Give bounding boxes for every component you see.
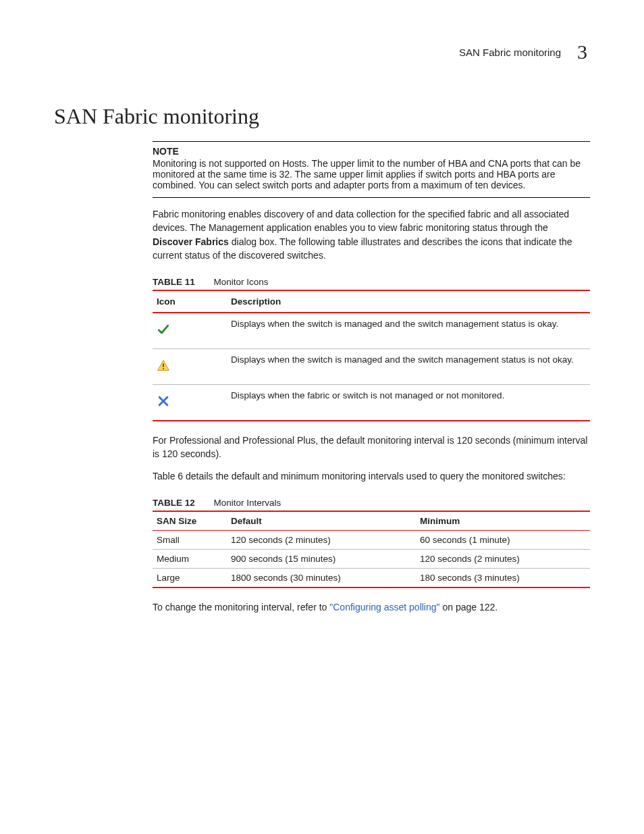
status-warn-cell [153, 349, 227, 385]
running-header: SAN Fabric monitoring 3 [54, 41, 590, 63]
cell-default: 1800 seconds (30 minutes) [227, 569, 416, 588]
cell-size: Small [153, 531, 227, 550]
content-body: NOTE Monitoring is not supported on Host… [153, 141, 590, 614]
table11-caption: TABLE 11 Monitor Icons [153, 277, 590, 287]
cell-min: 60 seconds (1 minute) [416, 531, 590, 550]
para-after-t11: For Professional and Professional Plus, … [153, 434, 590, 461]
note-body: Monitoring is not supported on Hosts. Th… [153, 158, 581, 190]
closing-before: To change the monitoring interval, refer… [153, 602, 329, 613]
table11-caption-num: TABLE 11 [153, 277, 195, 287]
table11-col-desc: Description [227, 290, 590, 313]
cell-size: Large [153, 569, 227, 588]
chapter-number: 3 [577, 41, 587, 63]
table-monitor-intervals: SAN Size Default Minimum Small 120 secon… [153, 511, 590, 588]
table-row: Displays when the fabric or switch is no… [153, 385, 590, 421]
table12-caption-num: TABLE 12 [153, 498, 195, 508]
cross-icon [157, 394, 170, 408]
intro-paragraph: Fabric monitoring enables discovery of a… [153, 207, 590, 262]
svg-rect-0 [163, 364, 164, 367]
configure-asset-polling-link[interactable]: "Configuring asset polling" [329, 602, 439, 613]
table12-col-min: Minimum [416, 511, 590, 531]
cell-default: 900 seconds (15 minutes) [227, 550, 416, 569]
closing-paragraph: To change the monitoring interval, refer… [153, 600, 590, 614]
svg-rect-1 [163, 368, 164, 369]
page-title: SAN Fabric monitoring [54, 104, 590, 129]
table-monitor-icons: Icon Description Displays when the switc… [153, 290, 590, 421]
intro-bold: Discover Fabrics [153, 236, 229, 247]
cell-min: 120 seconds (2 minutes) [416, 550, 590, 569]
running-header-text: SAN Fabric monitoring [459, 47, 561, 58]
status-warn-desc: Displays when the switch is managed and … [227, 349, 590, 385]
cell-default: 120 seconds (2 minutes) [227, 531, 416, 550]
cell-size: Medium [153, 550, 227, 569]
table12-caption: TABLE 12 Monitor Intervals [153, 498, 590, 508]
page: SAN Fabric monitoring 3 SAN Fabric monit… [0, 0, 644, 834]
intro-before: Fabric monitoring enables discovery of a… [153, 209, 569, 233]
table12-col-default: Default [227, 511, 416, 531]
table11-col-icon: Icon [153, 290, 227, 313]
table-row: Medium 900 seconds (15 minutes) 120 seco… [153, 550, 590, 569]
note-block: NOTE Monitoring is not supported on Host… [153, 141, 590, 198]
status-cross-cell [153, 385, 227, 421]
closing-after: on page 122. [440, 602, 498, 613]
status-ok-desc: Displays when the switch is managed and … [227, 313, 590, 349]
table-row: Small 120 seconds (2 minutes) 60 seconds… [153, 531, 590, 550]
table11-caption-title: Monitor Icons [214, 277, 269, 287]
table-row: Displays when the switch is managed and … [153, 313, 590, 349]
note-label: NOTE [153, 146, 590, 157]
table12-caption-title: Monitor Intervals [214, 498, 281, 508]
para-table6-ref: Table 6 details the default and minimum … [153, 469, 590, 483]
table-row: Large 1800 seconds (30 minutes) 180 seco… [153, 569, 590, 588]
status-cross-desc: Displays when the fabric or switch is no… [227, 385, 590, 421]
checkmark-icon [157, 323, 170, 336]
table12-col-size: SAN Size [153, 511, 227, 531]
table-row: Displays when the switch is managed and … [153, 349, 590, 385]
cell-min: 180 seconds (3 minutes) [416, 569, 590, 588]
warning-icon [157, 359, 170, 372]
status-ok-cell [153, 313, 227, 349]
